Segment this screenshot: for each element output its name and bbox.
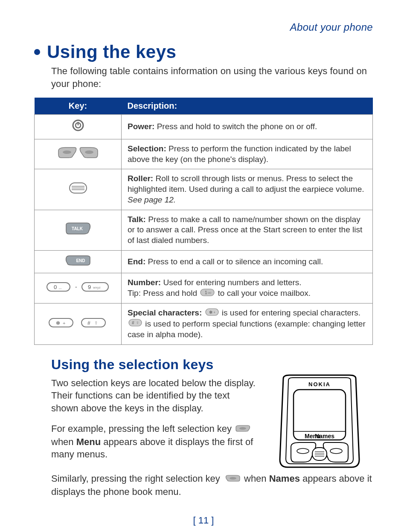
svg-text:+: + xyxy=(63,321,65,326)
desc-cell-power: Power: Press and hold to switch the phon… xyxy=(122,115,373,139)
table-row: Power: Press and hold to switch the phon… xyxy=(35,115,373,139)
svg-text:oo: oo xyxy=(208,291,211,294)
page-title: Using the keys xyxy=(47,42,176,62)
section-label: About your phone xyxy=(34,21,373,33)
table-row: Selection: Press to perform the function… xyxy=(35,139,373,169)
table-row: TALK Talk: Press to make a call to name/… xyxy=(35,210,373,250)
col-header-key: Key: xyxy=(35,98,122,115)
svg-text:⇧: ⇧ xyxy=(136,321,139,325)
phone-illustration: NOKIA Menu Names xyxy=(266,374,373,470)
table-row: END End: Press to end a call or to silen… xyxy=(35,250,373,273)
right-softkey-icon xyxy=(224,473,241,486)
desc-cell-end: End: Press to end a call or to silence a… xyxy=(122,250,373,273)
svg-text:1: 1 xyxy=(205,290,207,295)
special-keys-icon: ✻ + # ⇧ xyxy=(48,317,108,331)
selection-p3: Similarly, pressing the right selection … xyxy=(51,472,373,498)
selection-keys-icon xyxy=(57,147,99,162)
desc-cell-special: Special characters: ✻ + is used for ente… xyxy=(122,304,373,344)
page-number: [ 11 ] xyxy=(34,515,373,526)
svg-text:⎵: ⎵ xyxy=(59,285,61,290)
svg-text:9: 9 xyxy=(88,284,91,290)
intro-paragraph: The following table contains information… xyxy=(51,65,373,90)
table-row: ✻ + # ⇧ Special characters: ✻ + xyxy=(35,304,373,344)
svg-rect-21 xyxy=(49,318,73,327)
selection-p1: Two selection keys are located below the… xyxy=(51,377,258,415)
svg-text:END: END xyxy=(76,258,85,263)
col-header-desc: Description: xyxy=(122,98,373,115)
number-keys-icon: 0 ⎵ - 9 wxyz xyxy=(46,281,110,296)
key-cell-selection xyxy=(35,139,122,169)
table-row: Roller: Roll to scroll through lists or … xyxy=(35,169,373,210)
key-cell-number: 0 ⎵ - 9 wxyz xyxy=(35,273,122,304)
key-cell-talk: TALK xyxy=(35,210,122,250)
svg-text:#: # xyxy=(87,320,90,326)
key-cell-roller xyxy=(35,169,122,210)
key-cell-end: END xyxy=(35,250,122,273)
svg-text:-: - xyxy=(75,283,77,290)
selection-p2: For example, pressing the left selection… xyxy=(51,422,258,461)
svg-point-33 xyxy=(239,427,246,430)
desc-cell-selection: Selection: Press to perform the function… xyxy=(122,139,373,169)
talk-icon: TALK xyxy=(64,222,92,238)
svg-point-3 xyxy=(63,150,71,154)
hash-key-icon: # ⇧ xyxy=(128,319,142,330)
table-row: 0 ⎵ - 9 wxyz Number: Used for entering n… xyxy=(35,273,373,304)
key-cell-power xyxy=(35,115,122,139)
svg-rect-24 xyxy=(81,318,105,327)
svg-point-4 xyxy=(85,150,93,154)
brand-label: NOKIA xyxy=(308,381,331,387)
svg-text:wxyz: wxyz xyxy=(93,286,101,289)
svg-rect-18 xyxy=(201,289,214,296)
desc-cell-roller: Roller: Roll to scroll through lists or … xyxy=(122,169,373,210)
svg-text:TALK: TALK xyxy=(72,226,83,231)
desc-cell-number: Number: Used for entering numbers and le… xyxy=(122,273,373,304)
svg-text:#: # xyxy=(132,321,134,325)
desc-cell-talk: Talk: Press to make a call to name/numbe… xyxy=(122,210,373,250)
star-key-icon: ✻ + xyxy=(205,308,219,319)
key-cell-special: ✻ + # ⇧ xyxy=(35,304,122,344)
svg-rect-11 xyxy=(47,283,70,291)
end-icon: END xyxy=(64,255,92,269)
selection-keys-heading: Using the selection keys xyxy=(51,357,373,373)
roller-icon xyxy=(68,182,88,197)
svg-text:✻: ✻ xyxy=(209,310,212,315)
svg-text:✻: ✻ xyxy=(56,320,60,326)
keys-table: Key: Description: Power: Press and hold … xyxy=(34,98,373,344)
svg-text:+: + xyxy=(213,310,215,315)
svg-rect-30 xyxy=(129,319,142,326)
left-softkey-icon xyxy=(235,423,252,436)
key-1-icon: 1 oo xyxy=(200,289,215,299)
bullet-icon xyxy=(34,49,40,55)
svg-text:0: 0 xyxy=(54,284,57,290)
softkey-right-label: Names xyxy=(315,433,334,439)
svg-text:⇧: ⇧ xyxy=(94,321,98,325)
power-icon xyxy=(72,119,84,135)
svg-point-42 xyxy=(230,477,236,480)
page-heading-row: Using the keys xyxy=(34,42,373,62)
